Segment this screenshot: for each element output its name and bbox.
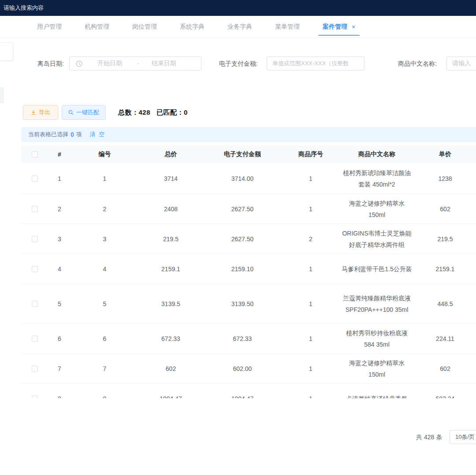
row-checkbox-cell[interactable]	[21, 384, 48, 398]
table-cell: 植村秀新琥珀臻萃洁颜油套装 450ml*2	[339, 163, 414, 194]
row-checkbox[interactable]	[32, 236, 38, 242]
table-cell: 4	[71, 254, 139, 284]
select-all-checkbox[interactable]	[32, 151, 38, 157]
table-row: 881004.471004.471卡诗菁纯亮泽经典香氛502.24	[21, 384, 476, 398]
tab-1[interactable]: 用户管理	[26, 16, 73, 37]
row-checkbox[interactable]	[32, 266, 38, 272]
row-checkbox[interactable]	[32, 396, 38, 399]
table-cell: 植村秀羽纱持妆粉底液 584 35ml	[339, 324, 414, 353]
table-cell: 1	[282, 194, 339, 224]
column-header: 商品中文名称	[339, 150, 414, 158]
table-cell: 1004.47	[139, 384, 203, 398]
select-all-checkbox-cell[interactable]	[21, 151, 48, 157]
table-cell: 8	[71, 384, 139, 398]
row-checkbox-cell[interactable]	[21, 324, 48, 353]
row-checkbox[interactable]	[32, 301, 38, 307]
table-cell: 海蓝之谜修护精萃水 150ml	[339, 354, 414, 383]
close-tab-icon[interactable]: ×	[352, 23, 355, 30]
table-cell: 1	[282, 254, 339, 284]
table-cell: 602.00	[203, 354, 282, 383]
table-header-row: #编号总价电子支付金额商品序号商品中文名称单价	[21, 146, 476, 163]
table-cell: 5	[71, 284, 139, 323]
table-cell: 448.5	[414, 284, 476, 323]
table-cell: 672.33	[139, 324, 203, 353]
product-name-filter-label: 商品中文名称:	[398, 56, 437, 71]
export-button-label: 导出	[39, 108, 50, 116]
row-checkbox-cell[interactable]	[21, 194, 48, 224]
selection-suffix: 项	[76, 131, 82, 138]
table-cell: 2627.50	[203, 194, 282, 224]
pagination-total: 共 428 条	[416, 430, 442, 445]
row-checkbox-cell[interactable]	[21, 284, 48, 323]
selection-prefix: 当前表格已选择	[28, 131, 68, 138]
table-cell: 1238	[414, 163, 476, 194]
clear-selection-link[interactable]: 清 空	[90, 131, 106, 138]
table-cell: 2159.10	[203, 254, 282, 284]
search-icon	[68, 110, 74, 115]
row-checkbox-cell[interactable]	[21, 354, 48, 383]
selection-count: 0	[71, 131, 74, 138]
row-checkbox[interactable]	[32, 206, 38, 212]
row-checkbox[interactable]	[32, 176, 38, 182]
table-cell: 6	[48, 324, 71, 353]
row-checkbox[interactable]	[32, 366, 38, 372]
top-navbar: 请输入搜索内容	[0, 0, 476, 16]
tab-5[interactable]: 业务字典	[216, 16, 264, 37]
table-cell: 4	[48, 254, 71, 284]
tab-6[interactable]: 菜单管理	[264, 16, 311, 37]
tab-label: 系统字典	[180, 23, 205, 31]
date-separator: -	[137, 60, 139, 67]
tab-label: 菜单管理	[275, 23, 300, 31]
tab-4[interactable]: 系统字典	[168, 16, 216, 37]
one-click-match-button[interactable]: 一键匹配	[62, 105, 106, 120]
tab-label: 用户管理	[37, 23, 62, 31]
tab-label: 机构管理	[85, 23, 109, 31]
table-cell: 224.11	[414, 324, 476, 353]
table-row: 77602602.001海蓝之谜修护精萃水 150ml602	[21, 354, 476, 384]
table-cell: 1004.47	[203, 384, 282, 398]
download-icon	[31, 110, 36, 115]
table-cell: 2159.1	[414, 254, 476, 284]
tab-label: 案件管理	[323, 23, 347, 31]
tab-3[interactable]: 岗位管理	[121, 16, 168, 37]
table-cell: 2408	[139, 194, 203, 224]
end-date-placeholder: 结束日期	[152, 60, 176, 67]
row-checkbox-cell[interactable]	[21, 163, 48, 194]
table-cell: 1	[48, 163, 71, 194]
tab-2[interactable]: 机构管理	[73, 16, 121, 37]
global-search-input[interactable]: 请输入搜索内容	[4, 0, 44, 16]
export-button[interactable]: 导出	[23, 105, 58, 120]
table-cell: 兰蔻菁纯臻颜精华粉底液SPF20PA+++100 35ml	[339, 284, 414, 323]
row-checkbox-cell[interactable]	[21, 254, 48, 284]
amount-input[interactable]: 单值或范围XXX-XXX（仅整数	[267, 56, 364, 71]
page-size-value: 10条/页	[455, 433, 475, 441]
table-cell: 2	[71, 194, 139, 224]
table-cell: 672.33	[203, 324, 282, 353]
table-cell: 卡诗菁纯亮泽经典香氛	[339, 384, 414, 398]
column-header: 电子支付金额	[203, 150, 282, 158]
table-cell: 3714	[139, 163, 203, 194]
table-cell: 1	[282, 324, 339, 353]
product-name-placeholder: 请输入	[452, 60, 471, 67]
tab-label: 岗位管理	[132, 23, 157, 31]
table-cell: 8	[48, 384, 71, 398]
start-date-placeholder: 开始日期	[97, 60, 122, 67]
table-cell: 602	[414, 354, 476, 383]
date-range-input[interactable]: 开始日期 - 结束日期	[69, 56, 201, 71]
table-cell: 1	[282, 384, 339, 398]
page-size-select[interactable]: 10条/页	[450, 430, 476, 444]
table-cell: 3	[48, 224, 71, 254]
product-name-input[interactable]: 请输入	[446, 56, 476, 71]
row-checkbox[interactable]	[32, 336, 38, 342]
data-table: #编号总价电子支付金额商品序号商品中文名称单价 1137143714.001植村…	[21, 146, 476, 398]
table-cell: 602	[414, 194, 476, 224]
amount-filter-label: 电子支付金额:	[219, 56, 258, 71]
row-checkbox-cell[interactable]	[21, 224, 48, 254]
column-header: 总价	[139, 150, 203, 158]
table-cell: 1	[71, 163, 139, 194]
column-header: 商品序号	[282, 150, 339, 158]
table-cell: 马爹利蓝带干邑1.5公升装	[339, 254, 414, 284]
table-row: 553139.53139.501兰蔻菁纯臻颜精华粉底液SPF20PA+++100…	[21, 284, 476, 324]
tab-7[interactable]: 案件管理×	[311, 16, 367, 37]
column-header: 编号	[71, 150, 139, 158]
